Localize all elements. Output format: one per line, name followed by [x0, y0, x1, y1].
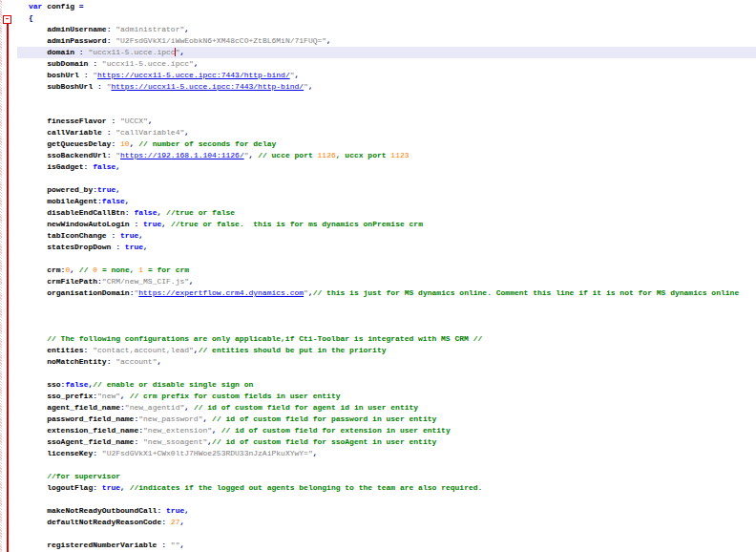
code-token [29, 139, 47, 148]
code-line[interactable]: noMatchEntity: "account", [17, 356, 756, 368]
code-token: // id of custom field for agent id in us… [194, 403, 418, 412]
code-line[interactable]: { [17, 12, 756, 24]
code-line[interactable]: adminPassword: "U2FsdGVkX1/iWwEobkN6+XM4… [17, 35, 756, 47]
code-line[interactable]: registeredNumberVariable : "", [17, 540, 756, 551]
code-line[interactable]: powered_by:true, [17, 184, 756, 196]
code-line[interactable]: crm:0, // 0 = none, 1 = for crm [17, 265, 756, 276]
code-line[interactable] [17, 368, 756, 379]
code-line[interactable]: newWindowAutoLogin : true, //true or fal… [17, 219, 756, 230]
code-line[interactable]: subDomain : "uccx11-5.ucce.ipcc", [17, 58, 756, 70]
code-line[interactable]: tabIconChange : true, [17, 230, 756, 242]
code-token [29, 288, 47, 297]
code-token [29, 437, 47, 446]
code-token: subDomain [47, 59, 88, 68]
code-token: //for supervisor [47, 472, 120, 480]
code-line[interactable]: defaultNotReadyReasonCode: 27, [17, 517, 756, 528]
url-link[interactable]: https://uccx11-5.ucce.ipcc:7443/http-bin… [111, 82, 304, 91]
code-token [29, 380, 47, 389]
code-token: false [102, 197, 125, 205]
code-line[interactable]: extension_field_name:"new_extension", //… [17, 425, 756, 436]
code-line[interactable]: isGadget: false, [17, 161, 756, 173]
code-token: "U2FsdGVkX1/iWwEobkN6+XM48cCO+ZtBL6MiN/7… [116, 36, 326, 45]
code-line[interactable]: callVariable : "callVariable4", [17, 127, 756, 138]
code-token: 1123 [390, 151, 409, 159]
code-token: , [326, 36, 331, 45]
fold-collapse-icon[interactable]: - [3, 15, 11, 24]
code-token: boshUrl [47, 71, 79, 79]
code-line[interactable]: mobileAgent:false, [17, 196, 756, 207]
code-token: = none, [97, 265, 138, 274]
code-token: "uccx11-5.ucce.ipcc [88, 48, 175, 56]
code-token: organisationDomain [47, 288, 129, 297]
code-line[interactable]: adminUsername: "administrator", [17, 24, 756, 35]
code-line[interactable] [17, 528, 756, 540]
code-token: subBoshUrl [47, 82, 93, 91]
code-line[interactable]: ssoAgent_field_name: "new_ssoagent",// i… [17, 436, 756, 448]
code-line[interactable]: licenseKey: "U2FsdGVkX1+CWx0ltJ7HWoe253R… [17, 448, 756, 459]
code-line[interactable]: ssoBackendUrl: "https://192.168.1.104:11… [17, 150, 756, 161]
code-line[interactable]: crmFilePath:"CRM/new_MS_CIF.js", [17, 276, 756, 287]
code-token [29, 82, 47, 91]
code-token [29, 71, 47, 79]
code-token: true [166, 506, 184, 515]
code-line[interactable] [17, 310, 756, 322]
code-editor[interactable]: - var config ={ adminUsername: "administ… [0, 0, 756, 552]
code-line[interactable]: entities: "contact,account,lead",// enti… [17, 345, 756, 356]
url-link[interactable]: https://uccx11-5.ucce.ipcc:7443/http-bin… [97, 71, 290, 79]
code-line[interactable]: makeNotReadyOutboundCall: true, [17, 505, 756, 517]
code-line[interactable]: password_field_name:"new_password", // i… [17, 414, 756, 425]
code-line[interactable] [17, 322, 756, 333]
code-token: , [179, 518, 184, 526]
code-token: // this is just for MS dynamics online. … [313, 288, 739, 297]
code-token: true [102, 483, 120, 492]
code-line[interactable]: agent_field_name:"new_agentid", // id of… [17, 402, 756, 414]
code-line[interactable]: disableEndCallBtn: false, //true or fals… [17, 207, 756, 219]
code-token: , [308, 82, 313, 91]
code-token: entities [47, 346, 83, 354]
code-line[interactable] [17, 173, 756, 184]
code-line[interactable]: getQueuesDelay: 10, // number of seconds… [17, 138, 756, 150]
code-line[interactable]: sso_prefix:"new", // crm prefix for cust… [17, 391, 756, 402]
code-line[interactable] [17, 93, 756, 104]
code-area[interactable]: var config ={ adminUsername: "administra… [17, 1, 756, 551]
code-token: ssoBackendUrl [47, 151, 106, 159]
url-link[interactable]: https://192.168.1.104:1126/ [120, 151, 244, 159]
code-line[interactable]: subBoshUrl : "https://uccx11-5.ucce.ipcc… [17, 81, 756, 93]
code-token: agent_field_name [47, 403, 120, 412]
code-token: registeredNumberVariable [47, 541, 157, 549]
code-token [29, 414, 47, 423]
code-line[interactable]: finesseFlavor : "UCCX", [17, 116, 756, 127]
code-line[interactable]: organisationDomain:"https://expertflow.c… [17, 287, 756, 299]
code-line[interactable]: logoutFlag: true, //indicates if the log… [17, 482, 756, 494]
code-line[interactable] [17, 459, 756, 471]
code-line[interactable] [17, 104, 756, 116]
code-line[interactable] [17, 299, 756, 310]
code-line[interactable] [17, 253, 756, 265]
code-token: getQueuesDelay [47, 139, 111, 148]
code-token: "account" [116, 357, 157, 366]
code-line[interactable]: // The following configurations are only… [17, 333, 756, 345]
code-token: true [143, 220, 161, 228]
code-token: password_field_name [47, 414, 134, 423]
code-token: "new_password" [138, 414, 202, 423]
code-token: extension_field_name [47, 426, 138, 435]
code-line[interactable]: domain : "uccx11-5.ucce.ipcc", [17, 47, 756, 58]
code-token [29, 151, 47, 159]
code-token [29, 185, 47, 194]
code-line[interactable]: //for supervisor [17, 471, 756, 482]
url-link[interactable]: https://expertflow.crm4.dynamics.com [138, 288, 304, 297]
code-token [29, 506, 47, 515]
code-line[interactable] [17, 494, 756, 505]
code-line[interactable]: boshUrl : "https://uccx11-5.ucce.ipcc:74… [17, 70, 756, 81]
code-token [29, 36, 47, 45]
code-token: // The following configurations are only… [47, 334, 482, 343]
code-token: makeNotReadyOutboundCall [47, 506, 157, 515]
code-line[interactable]: sso:false,// enable or disable single si… [17, 379, 756, 391]
code-token: "new_ssoagent" [143, 437, 207, 446]
code-token: // crm prefix for custom fields in user … [130, 392, 341, 400]
code-token: , uccx port [336, 151, 391, 159]
code-token: { [29, 13, 33, 22]
code-line[interactable]: statesDropDown : true, [17, 242, 756, 253]
code-token [29, 243, 47, 251]
code-line[interactable]: var config = [17, 1, 756, 12]
